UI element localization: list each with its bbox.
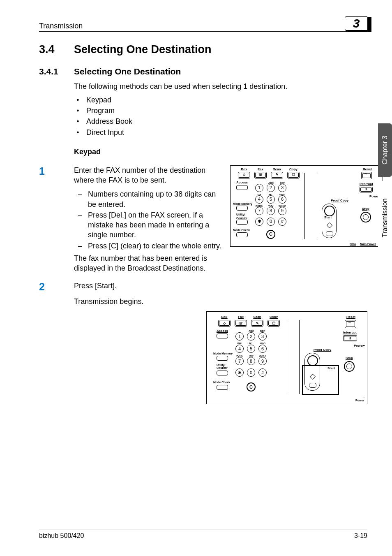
list-item: Address Book: [74, 116, 367, 127]
clear-button: C: [247, 382, 256, 392]
keypad-2: 2: [247, 332, 255, 341]
access-label: Access: [236, 181, 248, 185]
mode-box-label: Box: [238, 167, 250, 172]
stop-button: [344, 361, 355, 372]
keypad-star: ✱: [255, 218, 263, 226]
step-2: 2 Press [Start]. Transmission begins.: [39, 281, 367, 307]
keypad-3: 3: [258, 332, 267, 341]
fax-button: ☏: [254, 172, 267, 178]
control-panel-diagram-1: Box Fax Scan Copy ◇ ☏ ✎ ❐ Access ABC DEF…: [230, 165, 383, 247]
side-section-label: Transmission: [381, 199, 389, 238]
copy-button: ❐: [287, 172, 300, 178]
proof-copy-button: [324, 206, 335, 216]
side-chapter-label: Chapter 3: [381, 136, 389, 164]
stop-label: Stop: [362, 207, 369, 211]
interrupt-label: Interrupt: [360, 182, 373, 187]
step-number: 2: [39, 281, 74, 307]
keypad-8: 8: [267, 207, 275, 215]
step-notes: Numbers containing up to 38 digits can b…: [74, 189, 222, 251]
subsection-title: Selecting One Destination: [74, 67, 181, 76]
start-indicator-icon: [326, 231, 333, 236]
mode-copy-label: Copy: [287, 167, 300, 172]
side-tab-chapter: Chapter 3: [378, 123, 392, 177]
keypad-7: 7: [235, 357, 244, 365]
mode-memory-label: Mode Memory: [213, 352, 233, 355]
method-list: Keypad Program Address Book Direct Input: [74, 95, 367, 137]
divider-icon: [299, 320, 300, 394]
keypad-5: 5: [267, 195, 275, 204]
utility-label: Utility/ Counter: [236, 213, 247, 220]
keypad-0: 0: [247, 368, 255, 377]
list-item: Keypad: [74, 95, 367, 105]
box-button: ◇: [218, 320, 231, 327]
box-button: ◇: [238, 172, 250, 178]
reset-label: Reset: [346, 315, 355, 319]
footer-left: bizhub 500/420: [39, 532, 84, 540]
divider-icon: [317, 173, 317, 239]
utility-label: Utility/ Counter: [217, 364, 228, 369]
mode-check-label: Mode Check: [213, 381, 230, 384]
fax-button: ☏: [235, 320, 247, 327]
access-button: [236, 185, 248, 190]
footer: bizhub 500/420 3-19: [39, 530, 367, 540]
access-label: Access: [217, 329, 228, 333]
keypad-6: 6: [258, 345, 267, 353]
keypad-hash: #: [278, 218, 286, 226]
mode-check-button: [236, 232, 248, 237]
diamond-icon: [327, 222, 332, 228]
footer-right: 3-19: [354, 532, 367, 540]
keypad-star: ✱: [235, 368, 244, 377]
keypad-4: 4: [255, 195, 263, 204]
list-item: Direct Input: [74, 127, 367, 138]
mode-copy-label: Copy: [267, 315, 280, 319]
divider-icon: [304, 173, 305, 239]
keypad-1: 1: [255, 184, 263, 192]
section-number: 3.4: [39, 43, 74, 56]
mode-memory-button: [217, 356, 228, 361]
data-label: Data: [350, 242, 356, 246]
mode-scan-label: Scan: [271, 167, 283, 172]
subsection-number: 3.4.1: [39, 67, 74, 76]
list-item: Numbers containing up to 38 digits can b…: [74, 189, 222, 209]
step-lead: Press [Start].: [74, 281, 367, 291]
reset-button: ⃕: [361, 172, 372, 179]
subsection-heading: 3.4.1Selecting One Destination: [39, 67, 367, 76]
control-panel-diagram-2: Box Fax Scan Copy ◇ ☏ ✎ ❐ Access ABC DEF…: [206, 311, 367, 404]
keypad-5: 5: [247, 345, 255, 353]
interrupt-button: ⏸: [360, 187, 373, 192]
utility-button: [217, 371, 228, 375]
keypad-7: 7: [255, 207, 263, 215]
keypad-8: 8: [247, 357, 255, 365]
mode-check-label: Mode Check: [233, 228, 250, 232]
start-cluster: [322, 204, 337, 238]
list-item: Press [C] (clear) to clear the whole ent…: [74, 241, 222, 251]
main-power-label: Main Power: [360, 242, 376, 246]
keypad-subheading: Keypad: [74, 148, 367, 156]
list-item: Press [Del.] on the FAX screen, if a mis…: [74, 210, 222, 240]
scan-button: ✎: [271, 172, 283, 178]
stop-button: [360, 212, 371, 222]
keypad-9: 9: [258, 357, 267, 365]
clear-button: C: [266, 230, 275, 239]
mode-check-button: [217, 385, 228, 390]
step-1: 1 Enter the FAX number of the destinatio…: [39, 165, 367, 273]
intro-text: The following methods can be used when s…: [74, 81, 367, 91]
list-item: Program: [74, 105, 367, 116]
stop-label: Stop: [346, 356, 353, 360]
power-sub-label: Power: [355, 399, 364, 402]
keypad-2: 2: [267, 184, 275, 192]
mode-scan-label: Scan: [251, 315, 263, 319]
keypad-6: 6: [278, 195, 286, 204]
keypad-hash: #: [258, 368, 267, 377]
reset-label: Reset: [363, 167, 372, 172]
scan-button: ✎: [251, 320, 263, 327]
mode-memory-button: [236, 206, 248, 211]
interrupt-label: Interrupt: [343, 331, 357, 334]
keypad-1: 1: [235, 332, 244, 341]
mode-memory-label: Mode Memory: [233, 202, 252, 206]
proof-copy-button: [307, 355, 318, 366]
access-button: [217, 334, 228, 338]
interrupt-button: ⏸: [343, 335, 357, 341]
keypad-4: 4: [235, 345, 244, 353]
mode-fax-label: Fax: [254, 167, 267, 172]
